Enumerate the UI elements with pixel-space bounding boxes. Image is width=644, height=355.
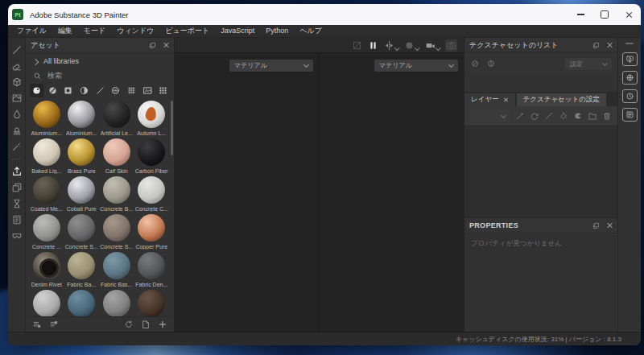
asset-thumbnail[interactable]: Fabric Ba... [64, 252, 100, 290]
asset-thumbnail[interactable]: Fabric Rou... [99, 290, 134, 316]
new-resource-icon[interactable] [141, 320, 151, 329]
tablet-button[interactable] [404, 40, 419, 51]
search-bar[interactable]: 検索 [26, 69, 174, 82]
delete-icon[interactable] [602, 111, 612, 121]
filter-smart-materials-filter-icon[interactable] [46, 84, 60, 97]
menu-item[interactable]: ヘルプ [294, 25, 328, 37]
log-book-icon[interactable] [11, 214, 23, 225]
symmetry-button[interactable] [384, 40, 399, 51]
minimize-button[interactable] [568, 4, 592, 25]
add-smart-material-icon[interactable] [530, 111, 539, 121]
add-effect-icon[interactable] [515, 111, 525, 121]
paint-brush-tool-icon[interactable] [11, 44, 23, 56]
filter-textures-filter-icon[interactable] [125, 84, 138, 97]
asset-thumbnail[interactable]: Artificial Le... [99, 101, 134, 138]
asset-thumbnail[interactable]: Copper Pure [134, 214, 170, 252]
viewport-2d-pane[interactable]: マテリアル [319, 53, 464, 332]
asset-thumbnail[interactable]: Brass Pure [64, 138, 100, 176]
viewport-3d-pane[interactable]: マテリアル [175, 53, 319, 332]
menu-item[interactable]: モード [78, 25, 111, 37]
filter-smart-masks-filter-icon[interactable] [61, 84, 75, 97]
camera-photo-button[interactable] [445, 39, 457, 52]
close-panel-icon[interactable] [163, 42, 169, 48]
asset-thumbnail[interactable]: Fabric Soft... [134, 290, 170, 316]
resources-updater-icon[interactable] [11, 182, 23, 193]
bake-icon[interactable] [11, 198, 23, 209]
maximize-button[interactable] [592, 4, 617, 25]
particle-brush-tool-icon[interactable] [11, 141, 23, 152]
filter-alphas-filter-icon[interactable] [109, 84, 122, 97]
projection-tool-icon[interactable] [11, 76, 23, 88]
polygon-fill-tool-icon[interactable] [11, 93, 23, 104]
close-tab-icon[interactable] [504, 97, 509, 102]
log-button[interactable] [622, 108, 638, 122]
asset-thumbnail[interactable]: Fabric Bas... [99, 252, 134, 290]
asset-thumbnail[interactable]: Calf Skin [99, 138, 134, 176]
asset-thumbnail[interactable]: Aluminium... [64, 101, 100, 138]
filter-filters-filter-icon[interactable] [77, 84, 91, 97]
scrollbar-thumb[interactable] [171, 101, 173, 155]
float-panel-icon[interactable] [149, 42, 156, 49]
asset-thumbnail[interactable]: Denim Rivet [29, 252, 64, 290]
asset-thumbnail[interactable]: Carbon Fiber [134, 138, 170, 176]
no-selection-button[interactable] [352, 40, 362, 51]
asset-thumbnail[interactable]: Aluminium... [29, 101, 64, 138]
menu-item[interactable]: ビューポート [159, 25, 215, 37]
asset-thumbnail[interactable]: Fabric Knit... [29, 290, 64, 316]
smudge-tool-icon[interactable] [11, 109, 23, 120]
menu-item[interactable]: JavaScript [215, 25, 260, 37]
export-resources-icon[interactable] [11, 166, 23, 177]
asset-thumbnail[interactable]: Concrete C... [134, 176, 170, 214]
filter-materials-filter-icon[interactable] [30, 84, 43, 97]
add-paint-layer-icon[interactable] [544, 111, 554, 121]
shader-settings-button[interactable] [622, 71, 638, 85]
refresh-icon[interactable] [124, 320, 134, 329]
tool-strip [8, 38, 26, 332]
library-breadcrumb[interactable]: All libraries [26, 53, 174, 69]
menu-item[interactable]: ファイル [11, 25, 52, 37]
float-panel-icon[interactable] [592, 42, 600, 49]
pause-button[interactable] [368, 40, 378, 51]
display-mask-icon[interactable] [11, 230, 23, 241]
camera-video-button[interactable] [425, 40, 440, 51]
asset-info-icon[interactable] [49, 320, 59, 329]
close-button[interactable] [617, 4, 641, 25]
asset-thumbnail[interactable]: Cobalt Pure [64, 176, 100, 214]
asset-details-icon[interactable] [32, 320, 42, 329]
asset-thumbnail[interactable]: Fabric Den... [134, 252, 170, 290]
asset-thumbnail[interactable]: Concrete S... [99, 214, 134, 252]
close-panel-icon[interactable] [606, 42, 613, 48]
display-settings-button[interactable] [622, 52, 638, 66]
add-icon[interactable] [158, 320, 167, 329]
tab-layers[interactable]: レイヤー [464, 93, 515, 106]
asset-thumbnail[interactable]: Concrete B... [99, 176, 134, 214]
asset-thumbnail[interactable]: Baked Lig... [29, 138, 64, 176]
asset-thumbnail[interactable]: Autumn L... [134, 101, 170, 138]
blend-mode-dropdown[interactable] [470, 110, 510, 122]
history-button[interactable] [622, 89, 638, 103]
add-group-icon[interactable] [588, 111, 597, 121]
menu-item[interactable]: ウィンドウ [111, 25, 159, 37]
grid-view-button[interactable] [156, 84, 170, 97]
asset-thumbnail[interactable]: Concrete S... [64, 214, 100, 252]
texture-set-settings-dropdown[interactable]: 設定 [565, 58, 612, 70]
view-mode-dropdown[interactable]: マテリアル [374, 60, 458, 72]
filter-brushes-filter-icon[interactable] [93, 84, 107, 97]
menu-item[interactable]: Python [260, 25, 294, 37]
add-smart-mask-icon[interactable] [573, 111, 583, 121]
material-visibility-icon[interactable] [470, 59, 480, 68]
float-panel-icon[interactable] [592, 222, 600, 229]
eraser-tool-icon[interactable] [11, 60, 23, 72]
clone-stamp-tool-icon[interactable] [11, 125, 23, 136]
asset-thumbnail[interactable]: Concrete ... [29, 214, 64, 252]
add-fill-layer-icon[interactable] [559, 111, 568, 121]
filter-environments-filter-icon[interactable] [141, 84, 155, 97]
tab-texture-set-settings[interactable]: テクスチャセットの設定 [517, 93, 606, 106]
dock-handle[interactable] [625, 43, 634, 44]
asset-thumbnail[interactable]: Fabric Rou... [64, 290, 100, 316]
close-panel-icon[interactable] [606, 222, 613, 229]
menu-item[interactable]: 編集 [52, 25, 78, 37]
view-mode-dropdown[interactable]: マテリアル [229, 60, 313, 72]
mesh-visibility-icon[interactable] [486, 59, 496, 68]
asset-thumbnail[interactable]: Coated Me... [29, 176, 64, 214]
